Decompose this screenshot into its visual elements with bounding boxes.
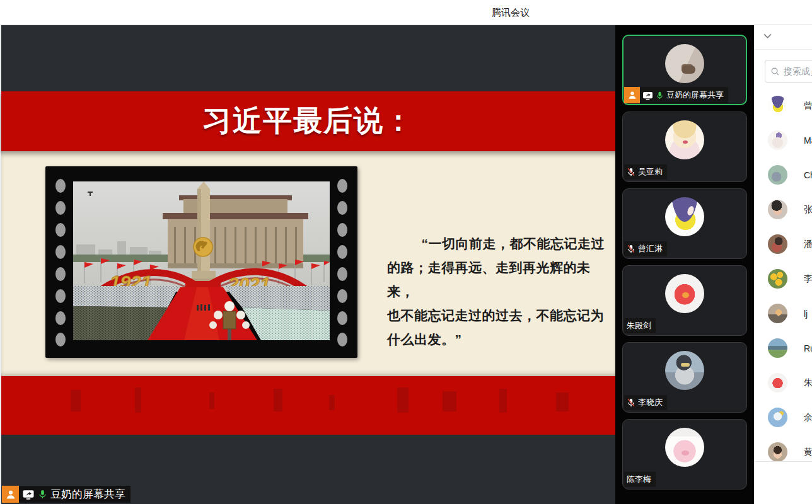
film-sprocket-holes xyxy=(337,166,347,358)
slide-title: 习近平最后说： xyxy=(202,101,414,140)
participant-row[interactable]: 曾汇淋 xyxy=(755,88,812,123)
video-tile-lixiaoqing[interactable]: 李晓庆 xyxy=(622,342,747,413)
avatar xyxy=(665,44,704,83)
slide-body: 1921 2021 xyxy=(1,151,615,376)
participant-row[interactable]: 潘 xyxy=(755,227,812,261)
avatar xyxy=(665,120,704,159)
slide-quote-text: “一切向前走，都不能忘记走过 的路；走得再远、走到再光辉的未来， 也不能忘记走过… xyxy=(387,232,609,352)
participant-row[interactable]: 李 xyxy=(755,261,812,296)
avatar xyxy=(768,269,787,289)
avatar xyxy=(665,274,704,313)
participant-name: 李晓庆 xyxy=(638,397,663,408)
host-person-icon xyxy=(624,87,640,103)
video-tile-zenghuilin[interactable]: 曾汇淋 xyxy=(622,188,747,259)
screen-share-icon xyxy=(22,489,35,500)
avatar xyxy=(768,165,787,185)
film-sprocket-holes xyxy=(55,166,66,358)
mic-muted-icon xyxy=(627,244,635,254)
avatar xyxy=(768,304,787,323)
crowd xyxy=(224,286,330,311)
slide-header-band: 习近平最后说： xyxy=(1,91,615,151)
divider xyxy=(755,49,812,50)
sharing-status-label: 豆奶的屏幕共享 xyxy=(2,486,130,503)
participant-row[interactable]: lj xyxy=(755,296,812,331)
participant-row[interactable]: 张 xyxy=(755,192,812,227)
mausoleum-building xyxy=(163,195,308,268)
participants-panel: 曾汇淋 Ma Ch 张 潘 李 lj Ru 朱殿剑 余 黄 xyxy=(754,25,812,504)
avatar xyxy=(768,130,787,150)
search-input[interactable] xyxy=(784,66,812,76)
video-tile-chenlimei[interactable]: 陈李梅 xyxy=(622,419,747,490)
panel-overlay xyxy=(755,461,812,504)
participant-row[interactable]: Ch xyxy=(755,158,812,192)
avatar xyxy=(768,200,787,219)
avatar xyxy=(768,442,787,462)
avatar xyxy=(768,234,787,254)
participant-row[interactable]: 余 xyxy=(755,400,812,435)
participant-name: 朱殿剑 xyxy=(627,320,651,331)
avatar xyxy=(665,197,704,236)
participant-name: 豆奶的屏幕共享 xyxy=(666,89,724,101)
avatar xyxy=(768,338,787,358)
presentation-slide: 习近平最后说： xyxy=(1,91,615,435)
participant-name: 陈李梅 xyxy=(627,474,651,485)
mic-muted-icon xyxy=(627,398,635,408)
search-icon xyxy=(770,67,780,76)
mic-muted-icon xyxy=(627,167,635,177)
avatar xyxy=(768,408,787,427)
mic-on-icon xyxy=(656,91,664,100)
participant-row[interactable]: 朱殿剑 xyxy=(755,365,812,400)
crowd xyxy=(242,307,330,340)
video-tile-dounai[interactable]: 豆奶的屏幕共享 xyxy=(622,35,747,105)
participant-row[interactable]: Ma xyxy=(755,123,812,158)
video-tile-zhudianjian[interactable]: 朱殿剑 xyxy=(622,265,747,336)
screen-share-icon xyxy=(642,91,653,100)
screen-share-view: 习近平最后说： xyxy=(0,25,615,504)
slide-footer-band xyxy=(1,376,615,435)
sharer-name: 豆奶的屏幕共享 xyxy=(50,487,125,501)
video-tile-wuyali[interactable]: 吴亚莉 xyxy=(622,112,747,182)
participant-name: 曾汇淋 xyxy=(638,243,663,255)
video-thumbnail-strip: 豆奶的屏幕共享 吴亚莉 曾汇淋 朱殿剑 李晓庆 陈李梅 xyxy=(615,25,754,504)
party-emblem xyxy=(194,238,212,256)
window-titlebar: 腾讯会议 xyxy=(0,0,812,25)
participant-row[interactable]: Ru xyxy=(755,331,812,365)
tiananmen-celebration-photo: 1921 2021 xyxy=(73,181,330,340)
host-person-icon xyxy=(2,486,19,503)
window-title: 腾讯会议 xyxy=(492,6,530,18)
avatar xyxy=(768,373,787,392)
mic-on-icon xyxy=(38,489,47,500)
search-box[interactable] xyxy=(765,60,812,83)
avatar xyxy=(768,96,787,115)
crowd xyxy=(73,286,179,307)
participant-name: 吴亚莉 xyxy=(638,166,663,178)
avatar xyxy=(665,351,704,390)
chevron-down-icon[interactable] xyxy=(763,33,772,39)
avatar xyxy=(665,428,704,467)
film-strip-frame: 1921 2021 xyxy=(45,166,357,358)
